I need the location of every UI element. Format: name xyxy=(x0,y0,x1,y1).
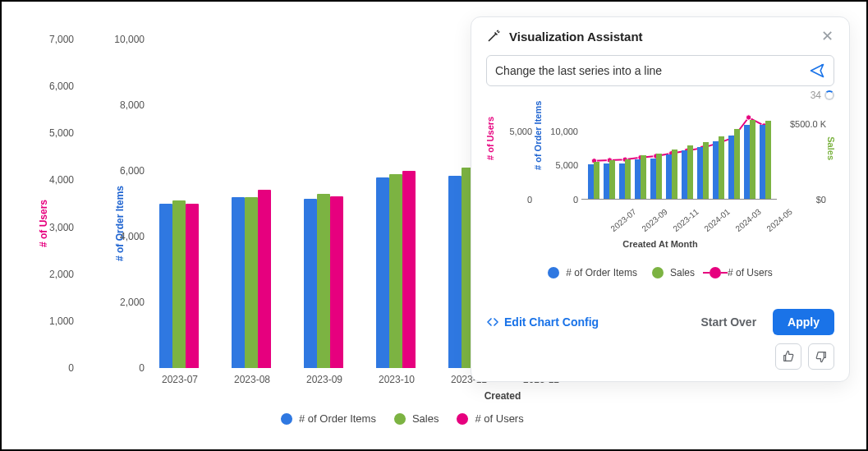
legend-label: # of Users xyxy=(728,267,773,278)
legend-label: Sales xyxy=(670,267,695,278)
send-icon[interactable] xyxy=(809,62,825,79)
edit-config-label: Edit Chart Config xyxy=(504,315,599,329)
legend-dot-icon xyxy=(652,267,664,278)
bar[interactable] xyxy=(619,163,625,199)
apply-button[interactable]: Apply xyxy=(773,309,834,335)
bar[interactable] xyxy=(159,204,172,368)
bar[interactable] xyxy=(402,171,416,368)
bar[interactable] xyxy=(656,154,662,199)
y-tick: 10,000 xyxy=(114,34,145,45)
legend-label: # of Order Items xyxy=(299,412,376,425)
y-tick: 5,000 xyxy=(509,127,532,136)
bar[interactable] xyxy=(258,190,271,368)
preview-chart: # of Users # of Order Items Sales 05,000… xyxy=(486,106,834,299)
bar[interactable] xyxy=(744,125,750,199)
bar[interactable] xyxy=(625,159,631,199)
bar-group xyxy=(728,117,743,199)
bar-group xyxy=(713,117,728,199)
bar-group xyxy=(223,39,281,368)
x-tick: 2023-09 xyxy=(640,207,668,233)
bar[interactable] xyxy=(703,142,709,199)
x-tick: 2023-11 xyxy=(671,207,700,233)
preview-y-axis-users: # of Users xyxy=(485,117,495,160)
bar[interactable] xyxy=(666,154,672,199)
y-tick: 6,000 xyxy=(49,81,74,92)
close-icon[interactable]: ✕ xyxy=(820,29,834,44)
bar[interactable] xyxy=(650,159,656,199)
y-tick: 0 xyxy=(139,362,145,374)
legend-item[interactable]: Sales xyxy=(394,412,439,425)
preview-plot-area xyxy=(581,117,777,200)
x-axis-label: Created xyxy=(289,390,716,402)
preview-legend: # of Order Items Sales # of Users xyxy=(486,267,834,278)
bar[interactable] xyxy=(734,129,740,199)
x-tick: 2023-08 xyxy=(223,374,281,385)
bar-group xyxy=(588,117,603,199)
legend-item[interactable]: # of Order Items xyxy=(548,267,637,278)
thumbs-down-icon xyxy=(815,350,828,363)
svg-point-0 xyxy=(821,64,823,66)
bar[interactable] xyxy=(672,150,677,199)
code-icon xyxy=(486,315,499,329)
y-ticks-items: 02,0004,0006,0008,00010,000 xyxy=(95,35,145,371)
edit-chart-config-link[interactable]: Edit Chart Config xyxy=(486,315,599,329)
x-tick: 2024-01 xyxy=(702,207,731,233)
x-tick: 2024-03 xyxy=(733,207,762,233)
legend-item[interactable]: # of Users xyxy=(710,267,773,278)
start-over-button[interactable]: Start Over xyxy=(691,309,766,335)
spinner-icon xyxy=(824,90,834,100)
bar[interactable] xyxy=(245,197,258,368)
x-tick: 2023-07 xyxy=(151,374,209,385)
y-tick: 2,000 xyxy=(120,297,145,308)
bar[interactable] xyxy=(750,120,755,199)
bar[interactable] xyxy=(448,176,462,368)
bar[interactable] xyxy=(172,200,186,368)
y-tick: 2,000 xyxy=(49,269,74,280)
bar[interactable] xyxy=(232,197,245,368)
bar[interactable] xyxy=(376,177,389,368)
y-tick: 4,000 xyxy=(120,231,145,242)
chart-legend: # of Order Items Sales # of Users xyxy=(281,412,524,425)
bar[interactable] xyxy=(719,136,724,199)
preview-y-axis-sales: Sales xyxy=(826,136,836,160)
wand-icon xyxy=(486,29,501,44)
bar[interactable] xyxy=(594,162,599,199)
legend-dot-icon xyxy=(457,413,468,425)
prompt-box[interactable] xyxy=(486,55,834,86)
bar[interactable] xyxy=(635,159,641,199)
bar[interactable] xyxy=(389,174,402,368)
bar[interactable] xyxy=(682,150,687,199)
x-tick: 2023-09 xyxy=(296,374,353,385)
bar[interactable] xyxy=(330,196,343,368)
bar-group xyxy=(151,39,209,368)
bar[interactable] xyxy=(588,164,594,199)
bar[interactable] xyxy=(765,121,771,199)
bar[interactable] xyxy=(317,194,330,368)
legend-item[interactable]: Sales xyxy=(652,267,695,278)
legend-dot-icon xyxy=(548,267,559,278)
prompt-input[interactable] xyxy=(495,64,802,77)
preview-ytick-sales: $500.0 K xyxy=(790,119,826,129)
bar[interactable] xyxy=(186,204,199,368)
bar-group xyxy=(697,117,712,199)
y-tick: 0 xyxy=(527,195,532,205)
countdown-value: 34 xyxy=(811,90,821,101)
bar[interactable] xyxy=(609,160,615,199)
bar[interactable] xyxy=(760,125,765,199)
x-tick: 2023-10 xyxy=(368,374,425,385)
thumbs-down-button[interactable] xyxy=(808,343,834,370)
legend-dot-icon xyxy=(281,413,292,425)
bar[interactable] xyxy=(713,141,719,199)
bar[interactable] xyxy=(687,145,693,199)
x-tick: 2023-07 xyxy=(609,207,637,233)
bar[interactable] xyxy=(641,155,646,199)
legend-item[interactable]: # of Users xyxy=(457,412,523,425)
legend-item[interactable]: # of Order Items xyxy=(281,412,376,425)
bar[interactable] xyxy=(697,147,703,199)
bar[interactable] xyxy=(304,199,317,368)
bar-group xyxy=(296,39,353,368)
thumbs-up-icon xyxy=(782,350,795,363)
bar[interactable] xyxy=(604,163,609,199)
thumbs-up-button[interactable] xyxy=(775,343,801,370)
bar[interactable] xyxy=(728,136,734,200)
